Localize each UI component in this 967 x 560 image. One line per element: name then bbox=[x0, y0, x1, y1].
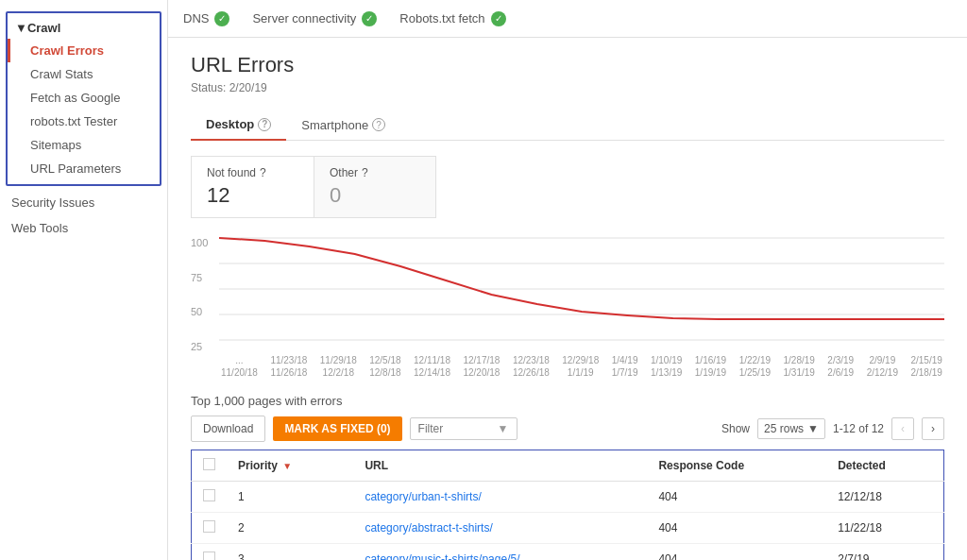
row-priority: 1 bbox=[227, 482, 353, 513]
filter-input[interactable] bbox=[418, 422, 494, 435]
sidebar-item-robots-txt-tester[interactable]: robots.txt Tester bbox=[8, 110, 160, 133]
sidebar-item-sitemaps[interactable]: Sitemaps bbox=[8, 133, 160, 157]
row-detected: 11/22/18 bbox=[826, 513, 943, 544]
row-checkbox[interactable] bbox=[203, 489, 215, 501]
not-found-label: Not found ? bbox=[207, 166, 298, 179]
row-response-code: 404 bbox=[647, 513, 826, 544]
sidebar-item-web-tools[interactable]: Web Tools bbox=[0, 215, 167, 241]
row-url: category/abstract-t-shirts/ bbox=[353, 513, 647, 544]
top-bar: DNS ✓ Server connectivity ✓ Robots.txt f… bbox=[168, 0, 967, 38]
th-priority[interactable]: Priority ▼ bbox=[227, 450, 353, 482]
row-checkbox-cell bbox=[192, 544, 228, 561]
x-label-14: 2/9/192/12/19 bbox=[867, 354, 898, 379]
crawl-label: Crawl bbox=[27, 21, 60, 35]
desktop-help-icon[interactable]: ? bbox=[258, 118, 271, 131]
pagination-info: 1-12 of 12 bbox=[833, 422, 884, 435]
crawl-arrow-icon: ▼ bbox=[15, 21, 27, 35]
other-help-icon[interactable]: ? bbox=[362, 166, 368, 179]
x-label-0: ...11/20/18 bbox=[221, 354, 258, 379]
row-checkbox-cell bbox=[192, 513, 228, 544]
dns-status: DNS ✓ bbox=[183, 11, 229, 26]
pagination-next-button[interactable]: › bbox=[922, 417, 944, 440]
stats-row: Not found ? 12 Other ? 0 bbox=[191, 156, 944, 218]
y-label-25: 25 bbox=[191, 341, 217, 352]
table-header-row: Priority ▼ URL Response Code Detected bbox=[192, 450, 944, 482]
row-url: category/music-t-shirts/page/5/ bbox=[353, 544, 647, 561]
download-button[interactable]: Download bbox=[191, 416, 265, 442]
x-label-1: 11/23/1811/26/18 bbox=[270, 354, 307, 379]
th-detected: Detected bbox=[826, 450, 943, 482]
rows-select[interactable]: 25 rows ▼ bbox=[757, 418, 825, 439]
filter-icon: ▼ bbox=[498, 422, 509, 435]
page-status: Status: 2/20/19 bbox=[191, 81, 944, 94]
priority-sort-icon: ▼ bbox=[282, 461, 292, 471]
chart-x-labels: ...11/20/18 11/23/1811/26/18 11/29/1812/… bbox=[219, 354, 944, 379]
y-label-50: 50 bbox=[191, 306, 217, 317]
mark-fixed-button[interactable]: MARK AS FIXED (0) bbox=[273, 416, 401, 441]
pagination-prev-button[interactable]: ‹ bbox=[891, 417, 914, 440]
tabs-container: Desktop ? Smartphone ? bbox=[191, 110, 944, 141]
not-found-help-icon[interactable]: ? bbox=[260, 166, 266, 179]
y-label-100: 100 bbox=[191, 237, 217, 248]
x-label-8: 1/4/191/7/19 bbox=[612, 354, 638, 379]
row-checkbox[interactable] bbox=[203, 520, 215, 533]
smartphone-help-icon[interactable]: ? bbox=[372, 118, 385, 131]
not-found-value: 12 bbox=[207, 183, 298, 208]
chart-area: 100 75 50 25 ...11/20/18 bbox=[191, 233, 944, 379]
other-label: Other ? bbox=[330, 166, 420, 179]
crawl-section: ▼ Crawl Crawl Errors Crawl Stats Fetch a… bbox=[6, 11, 161, 186]
tab-desktop[interactable]: Desktop ? bbox=[191, 110, 286, 141]
x-label-5: 12/17/1812/20/18 bbox=[463, 354, 500, 379]
row-checkbox-cell bbox=[192, 482, 228, 513]
table-toolbar: Download MARK AS FIXED (0) ▼ Show 25 row… bbox=[191, 416, 944, 442]
y-label-75: 75 bbox=[191, 272, 217, 283]
table-section-title: Top 1,000 pages with errors bbox=[191, 394, 944, 408]
tab-smartphone[interactable]: Smartphone ? bbox=[286, 110, 400, 140]
table-row: 1 category/urban-t-shirts/ 404 12/12/18 bbox=[192, 482, 944, 513]
row-detected: 2/7/19 bbox=[826, 544, 943, 561]
x-label-10: 1/16/191/19/19 bbox=[695, 354, 726, 379]
table-pagination: Show 25 rows ▼ 1-12 of 12 ‹ › bbox=[721, 417, 944, 440]
sidebar-item-security-issues[interactable]: Security Issues bbox=[0, 190, 167, 215]
server-connectivity-status: Server connectivity ✓ bbox=[252, 11, 377, 26]
row-response-code: 404 bbox=[647, 544, 826, 561]
row-response-code: 404 bbox=[647, 482, 826, 513]
url-link[interactable]: category/abstract-t-shirts/ bbox=[365, 521, 492, 535]
sidebar-item-url-parameters[interactable]: URL Parameters bbox=[8, 157, 160, 180]
sidebar-item-crawl[interactable]: ▼ Crawl bbox=[8, 17, 160, 39]
content-area: URL Errors Status: 2/20/19 Desktop ? Sma… bbox=[168, 38, 967, 560]
th-url: URL bbox=[353, 450, 647, 482]
sidebar-item-crawl-errors[interactable]: Crawl Errors bbox=[8, 39, 160, 62]
url-link[interactable]: category/music-t-shirts/page/5/ bbox=[365, 552, 519, 560]
x-label-3: 12/5/1812/8/18 bbox=[369, 354, 400, 379]
row-priority: 3 bbox=[227, 544, 353, 561]
x-label-4: 12/11/1812/14/18 bbox=[414, 354, 450, 379]
chart-container bbox=[219, 233, 944, 347]
chart-svg bbox=[219, 233, 944, 347]
x-label-15: 2/15/192/18/19 bbox=[910, 354, 942, 379]
stat-other: Other ? 0 bbox=[314, 156, 436, 218]
th-response-code: Response Code bbox=[647, 450, 826, 482]
filter-input-wrap[interactable]: ▼ bbox=[410, 417, 517, 440]
other-value: 0 bbox=[330, 183, 420, 208]
show-label: Show bbox=[721, 422, 750, 435]
row-detected: 12/12/18 bbox=[826, 482, 943, 513]
sidebar-item-fetch-as-google[interactable]: Fetch as Google bbox=[8, 86, 160, 110]
row-priority: 2 bbox=[227, 513, 353, 544]
chart-y-labels: 100 75 50 25 bbox=[191, 233, 217, 379]
row-url: category/urban-t-shirts/ bbox=[353, 482, 647, 513]
stat-not-found: Not found ? 12 bbox=[191, 156, 314, 218]
x-label-7: 12/29/181/1/19 bbox=[562, 354, 599, 379]
server-check-icon: ✓ bbox=[362, 11, 377, 26]
data-table: Priority ▼ URL Response Code Detected bbox=[191, 450, 944, 560]
th-checkbox bbox=[192, 450, 228, 482]
header-checkbox[interactable] bbox=[203, 458, 215, 470]
x-label-2: 11/29/1812/2/18 bbox=[320, 354, 357, 379]
sidebar-item-crawl-stats[interactable]: Crawl Stats bbox=[8, 62, 160, 86]
url-link[interactable]: category/urban-t-shirts/ bbox=[365, 490, 481, 503]
x-label-9: 1/10/191/13/19 bbox=[651, 354, 682, 379]
table-row: 2 category/abstract-t-shirts/ 404 11/22/… bbox=[192, 513, 944, 544]
main-content: DNS ✓ Server connectivity ✓ Robots.txt f… bbox=[168, 0, 967, 560]
row-checkbox[interactable] bbox=[203, 552, 215, 560]
dns-check-icon: ✓ bbox=[214, 11, 229, 26]
